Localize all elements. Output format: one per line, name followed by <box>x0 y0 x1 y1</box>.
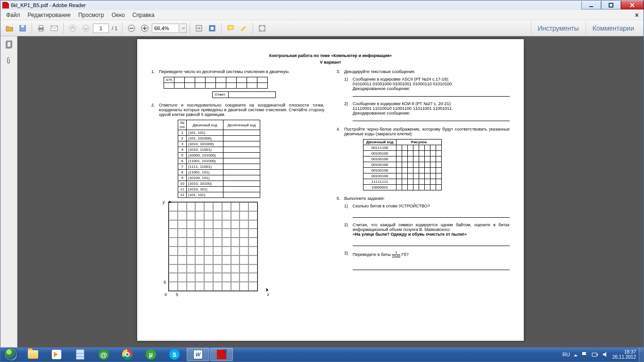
page-up-button[interactable] <box>66 22 79 34</box>
page-down-button[interactable] <box>80 22 92 34</box>
menubar: Файл Редактирование Просмотр Окно Справк… <box>0 10 644 20</box>
taskbar-utorrent[interactable]: µ <box>140 348 162 361</box>
language-indicator[interactable]: RU <box>562 352 570 357</box>
start-button[interactable] <box>0 347 21 362</box>
svg-point-7 <box>69 25 76 32</box>
taskbar: @ µ S W RU 18:37 26.11.2012 <box>0 347 644 362</box>
word-icon: W <box>193 350 203 359</box>
menu-edit[interactable]: Редактирование <box>24 12 74 18</box>
skype-icon: S <box>169 349 180 360</box>
window-titlebar: 6kl_KP1_B5.pdf - Adobe Reader <box>0 0 644 10</box>
document-viewport[interactable]: Контрольная работа по теме «Компьютер и … <box>17 36 644 347</box>
taskbar-calc[interactable] <box>69 348 91 361</box>
page-total-label: / 1 <box>112 25 117 31</box>
taskbar-reader[interactable] <box>210 348 233 361</box>
toolbar: / 1 Инструменты Комментарии <box>0 20 644 36</box>
page-number-input[interactable] <box>93 24 109 33</box>
svg-rect-0 <box>609 3 613 7</box>
highlight-button[interactable] <box>238 22 250 34</box>
print-button[interactable] <box>35 22 47 34</box>
toolbar-separator <box>63 23 64 34</box>
zoom-input[interactable] <box>152 24 179 33</box>
volume-icon[interactable] <box>602 351 609 358</box>
zoom-out-button[interactable] <box>125 22 138 34</box>
email-button[interactable] <box>48 22 60 34</box>
zoom-in-button[interactable] <box>139 22 151 34</box>
utorrent-icon: µ <box>146 349 156 360</box>
media-player-icon <box>52 350 61 359</box>
comments-panel-tab[interactable]: Комментарии <box>586 22 641 35</box>
toolbar-separator <box>32 23 32 34</box>
q3-text: Декодируйте текстовые сообщения. <box>344 69 510 74</box>
pdf-page: Контрольная работа по теме «Компьютер и … <box>137 39 524 341</box>
taskbar-mailagent[interactable]: @ <box>92 348 115 361</box>
navigation-pane <box>0 36 17 347</box>
doc-close-button[interactable]: × <box>632 11 642 19</box>
network-icon[interactable] <box>592 351 598 358</box>
q1-answer-label: Ответ: <box>212 91 228 98</box>
svg-point-8 <box>83 25 89 32</box>
q2-number: 2. <box>151 103 159 117</box>
close-button[interactable] <box>621 1 644 9</box>
adobe-reader-icon <box>217 350 226 359</box>
doc-title: Контрольная работа по теме «Компьютер и … <box>151 53 510 58</box>
toolbar-separator <box>221 23 222 34</box>
tray-expand-icon[interactable] <box>574 353 578 356</box>
taskbar-explorer[interactable] <box>22 348 44 361</box>
read-mode-button[interactable] <box>256 22 268 34</box>
taskbar-skype[interactable]: S <box>163 348 186 361</box>
q1-number: 1. <box>151 69 159 74</box>
taskbar-chrome[interactable] <box>116 348 139 361</box>
folder-icon <box>28 350 38 359</box>
clock[interactable]: 18:37 26.11.2012 <box>612 349 636 360</box>
menu-view[interactable]: Просмотр <box>74 12 108 18</box>
pdf-icon <box>2 2 9 8</box>
flag-icon[interactable] <box>581 351 588 358</box>
q1-table: 475 <box>164 77 268 89</box>
svg-rect-2 <box>21 25 24 27</box>
q3-number: 3. <box>337 69 344 74</box>
svg-rect-4 <box>39 25 43 28</box>
open-file-button[interactable] <box>3 22 16 34</box>
doc-subtitle: V вариант <box>151 60 510 65</box>
mail-agent-icon: @ <box>99 349 109 360</box>
svg-rect-17 <box>592 353 597 356</box>
windows-orb-icon <box>5 348 17 361</box>
thumbnails-icon[interactable] <box>3 39 15 50</box>
q5-text: Выполните задания: <box>344 196 510 201</box>
show-desktop-button[interactable] <box>639 347 644 362</box>
save-button[interactable] <box>17 22 29 34</box>
fit-page-button[interactable] <box>206 22 218 34</box>
q2-grid: y 5 0 5 x <box>168 202 267 291</box>
q5-number: 5. <box>337 196 344 201</box>
zoom-dropdown-button[interactable] <box>180 24 187 33</box>
q2-table: № п/пДвоичный кодДесятичный код 1(101, 1… <box>178 120 260 198</box>
q2-text: Отметьте и последовательно соедините на … <box>159 103 324 117</box>
q4-table: Двоичный кодРисунок 00111100001001000010… <box>363 139 442 190</box>
taskbar-wmp[interactable] <box>45 348 68 361</box>
attachments-icon[interactable] <box>3 55 15 66</box>
chrome-icon <box>122 349 132 360</box>
maximize-button[interactable] <box>601 1 621 9</box>
window-title: 6kl_KP1_B5.pdf - Adobe Reader <box>11 2 86 8</box>
toolbar-separator <box>122 23 123 34</box>
tools-panel-tab[interactable]: Инструменты <box>531 22 586 35</box>
minimize-button[interactable] <box>581 1 601 9</box>
comment-button[interactable] <box>224 22 237 34</box>
menu-file[interactable]: Файл <box>2 12 24 18</box>
q4-text: Постройте черно-белое изображение, котор… <box>344 127 510 136</box>
menu-window[interactable]: Окно <box>108 12 129 18</box>
toolbar-separator <box>190 23 190 34</box>
taskbar-word[interactable]: W <box>187 348 209 361</box>
svg-rect-5 <box>39 30 43 31</box>
calculator-icon <box>76 349 84 360</box>
system-tray: RU 18:37 26.11.2012 <box>562 349 639 360</box>
menu-help[interactable]: Справка <box>129 12 158 18</box>
svg-rect-18 <box>597 354 598 355</box>
toolbar-separator <box>253 23 253 34</box>
fit-width-button[interactable] <box>193 22 205 34</box>
q1-answer-box <box>229 91 276 98</box>
svg-rect-13 <box>211 27 214 30</box>
q1-text: Переведите число из десятичной системы с… <box>159 69 324 74</box>
q4-number: 4. <box>337 127 344 136</box>
